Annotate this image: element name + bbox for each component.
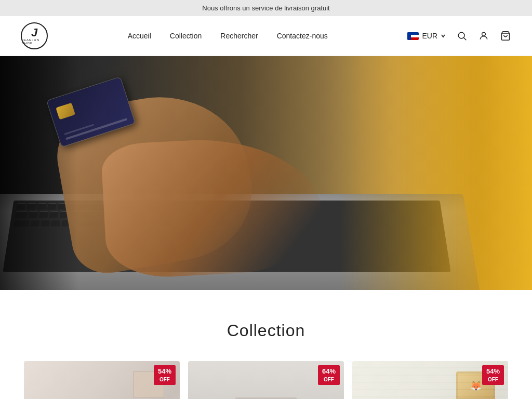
- collection-title: Collection: [21, 321, 511, 340]
- product-grid: 54% OFF 64% OFF: [21, 361, 511, 399]
- currency-code: EUR: [422, 32, 437, 40]
- product-card[interactable]: 54% OFF: [24, 361, 180, 399]
- nav-item-collection[interactable]: Collection: [170, 32, 202, 40]
- logo-subtitle: JEANJUN SHOP: [22, 38, 47, 45]
- flag-icon: [407, 32, 419, 40]
- hero-section: [0, 56, 532, 290]
- nav-item-rechercher[interactable]: Rechercher: [220, 32, 258, 40]
- header-right: EUR: [407, 30, 511, 42]
- chevron-down-icon: [441, 33, 446, 38]
- svg-point-2: [482, 32, 486, 36]
- nav-item-contact[interactable]: Contactez-nous: [277, 32, 328, 40]
- cart-icon[interactable]: [500, 30, 511, 42]
- announcement-text: Nous offrons un service de livraison gra…: [202, 4, 329, 12]
- collection-section: Collection 54% OFF: [0, 290, 532, 399]
- svg-point-0: [458, 32, 464, 38]
- site-header: J JEANJUN SHOP Accueil Collection Recher…: [0, 16, 532, 56]
- search-icon[interactable]: [456, 30, 468, 42]
- nav-item-accueil[interactable]: Accueil: [128, 32, 151, 40]
- logo-letter: J: [31, 27, 37, 38]
- svg-line-1: [464, 38, 467, 41]
- product-card[interactable]: 🦊 54% OFF: [352, 361, 508, 399]
- main-nav: Accueil Collection Rechercher Contactez-…: [128, 32, 328, 40]
- announcement-bar: Nous offrons un service de livraison gra…: [0, 0, 532, 16]
- sleeve-right: [340, 56, 532, 290]
- discount-badge-1: 54% OFF: [154, 365, 176, 385]
- discount-badge-2: 64% OFF: [318, 365, 340, 385]
- user-icon[interactable]: [478, 30, 489, 42]
- dark-edge-left: [0, 56, 78, 290]
- product-card[interactable]: 64% OFF: [188, 361, 344, 399]
- currency-selector[interactable]: EUR: [407, 32, 446, 40]
- logo-circle: J JEANJUN SHOP: [21, 22, 48, 49]
- hero-overlay: [0, 56, 532, 290]
- logo[interactable]: J JEANJUN SHOP: [21, 22, 48, 49]
- discount-badge-3: 54% OFF: [482, 365, 504, 385]
- hero-scene: [0, 56, 532, 290]
